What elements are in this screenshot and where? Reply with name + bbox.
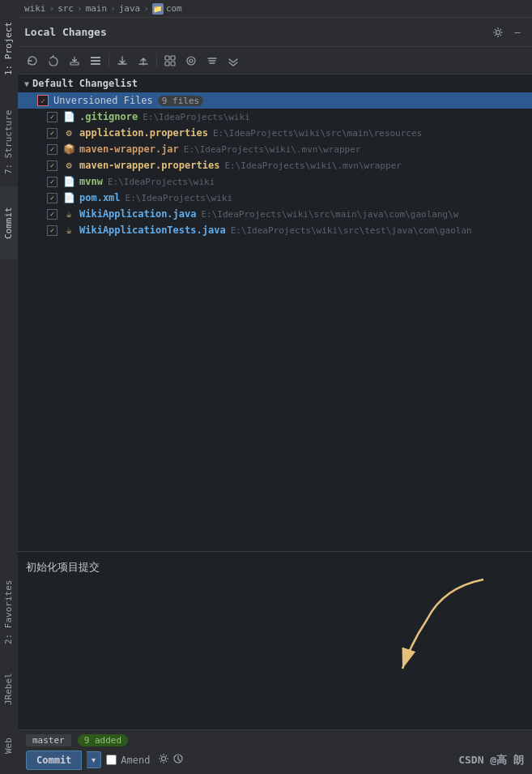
sidebar-tab-commit[interactable]: Commit: [0, 186, 18, 259]
file-path-0: E:\IdeaProjects\wiki: [143, 112, 249, 122]
sidebar-tab-favorites-label: 2: Favorites: [3, 579, 14, 644]
amend-checkbox-input[interactable]: [106, 755, 117, 765]
file-icon-2: 📦: [62, 143, 75, 156]
package-icon: 📁: [152, 3, 164, 15]
apply-patch-button[interactable]: [113, 51, 132, 71]
breadcrumb-src[interactable]: src: [57, 3, 74, 14]
svg-rect-2: [91, 57, 100, 58]
sidebar-tab-project[interactable]: 1: Project: [0, 0, 18, 97]
file-row-4[interactable]: 📄 mvnw E:\IdeaProjects\wiki: [18, 173, 532, 190]
breadcrumb-com[interactable]: com: [166, 3, 182, 14]
file-icon-1: ⚙: [62, 126, 75, 139]
file-tree: ▼ Default Changelist Unversioned Files 9…: [18, 75, 532, 551]
file-path-1: E:\IdeaProjects\wiki\src\main\resources: [213, 128, 422, 139]
file-path-6: E:\IdeaProjects\wiki\src\main\java\com\g…: [202, 209, 459, 220]
file-checkbox-1[interactable]: [47, 128, 57, 139]
file-checkbox-4[interactable]: [47, 177, 57, 187]
unversioned-label: Unversioned Files: [53, 95, 153, 106]
commit-area: [18, 551, 532, 729]
file-row-1[interactable]: ⚙ application.properties E:\IdeaProjects…: [18, 125, 532, 141]
filter-button[interactable]: [181, 51, 201, 71]
sidebar-tab-favorites[interactable]: 2: Favorites: [0, 567, 18, 656]
shelve-button[interactable]: [65, 51, 84, 71]
commit-message-input[interactable]: [18, 552, 532, 729]
group-button[interactable]: [160, 51, 180, 71]
left-sidebar: 1: Project 7: Structure Commit 2: Favori…: [0, 0, 18, 774]
file-row-7[interactable]: ☕ WikiApplicationTests.java E:\IdeaProje…: [18, 222, 532, 238]
sidebar-tab-web-label: Web: [3, 738, 14, 754]
file-name-3: maven-wrapper.properties: [79, 160, 219, 171]
file-checkbox-2[interactable]: [47, 144, 57, 155]
svg-rect-6: [171, 56, 175, 60]
sidebar-tab-jrebel-label: JRebel: [3, 673, 14, 705]
refresh-button[interactable]: [23, 51, 42, 71]
file-checkbox-6[interactable]: [47, 209, 57, 220]
file-path-7: E:\IdeaProjects\wiki\src\test\java\com\g…: [231, 225, 472, 236]
minimize-icon: —: [514, 27, 520, 38]
svg-rect-3: [91, 60, 100, 62]
toolbar-sep-2: [156, 53, 157, 68]
unversioned-files-row[interactable]: Unversioned Files 9 files: [18, 92, 532, 109]
file-name-7: WikiApplicationTests.java: [79, 225, 226, 236]
file-row-2[interactable]: 📦 maven-wrapper.jar E:\IdeaProjects\wiki…: [18, 141, 532, 157]
commit-dropdown-button[interactable]: ▾: [87, 751, 101, 768]
sidebar-tab-project-label: 1: Project: [3, 22, 14, 75]
svg-rect-7: [165, 62, 169, 66]
breadcrumb-sep-0: ›: [49, 3, 55, 14]
revert-button[interactable]: [44, 51, 63, 71]
file-path-4: E:\IdeaProjects\wiki: [108, 177, 215, 187]
toolbar-sep-1: [109, 53, 109, 68]
file-checkbox-7[interactable]: [47, 225, 57, 236]
file-checkbox-5[interactable]: [47, 193, 57, 203]
bottom-right: CSDN @高 朗: [458, 753, 524, 768]
sidebar-tab-jrebel[interactable]: JRebel: [0, 656, 18, 721]
amend-text: Amend: [121, 755, 150, 766]
file-count-badge: 9 files: [158, 96, 203, 106]
breadcrumb-wiki[interactable]: wiki: [24, 3, 46, 14]
commit-history-button[interactable]: [172, 753, 184, 767]
amend-label[interactable]: Amend: [106, 755, 150, 766]
breadcrumb-java[interactable]: java: [119, 3, 141, 14]
create-patch-button[interactable]: [134, 51, 153, 71]
bottom-actions: Commit ▾ Amend: [18, 748, 532, 772]
expand-icon: ▼: [24, 79, 29, 88]
sidebar-tab-structure-label: 7: Structure: [3, 109, 14, 173]
file-row[interactable]: 📄 .gitignore E:\IdeaProjects\wiki: [18, 109, 532, 125]
commit-settings-button[interactable]: [158, 753, 169, 767]
svg-rect-8: [171, 62, 175, 66]
svg-rect-1: [70, 62, 79, 65]
file-path-2: E:\IdeaProjects\wiki\.mvn\wrapper: [184, 144, 361, 155]
watermark: CSDN @高 朗: [458, 753, 524, 768]
file-name-5: pom.xml: [79, 192, 121, 203]
sort-button[interactable]: [202, 51, 222, 71]
file-icon-6: ☕: [62, 207, 75, 220]
file-row-3[interactable]: ⚙ maven-wrapper.properties E:\IdeaProjec…: [18, 157, 532, 173]
file-name-0: .gitignore: [79, 111, 138, 122]
unversioned-checkbox[interactable]: [37, 95, 49, 106]
svg-point-10: [189, 59, 193, 62]
breadcrumb-main[interactable]: main: [86, 3, 108, 14]
svg-rect-5: [165, 56, 169, 60]
sidebar-tab-structure[interactable]: 7: Structure: [0, 97, 18, 186]
sidebar-tab-web[interactable]: Web: [0, 721, 18, 770]
branch-name[interactable]: master: [26, 734, 71, 746]
file-checkbox-3[interactable]: [47, 160, 57, 171]
breadcrumb: wiki › src › main › java › 📁 com: [18, 0, 532, 18]
file-checkbox-0[interactable]: [47, 112, 57, 122]
file-row-6[interactable]: ☕ WikiApplication.java E:\IdeaProjects\w…: [18, 206, 532, 222]
breadcrumb-sep-1: ›: [77, 3, 83, 14]
file-icon-3: ⚙: [62, 159, 75, 172]
panel-actions: —: [490, 24, 526, 41]
changelist-header[interactable]: ▼ Default Changelist: [18, 75, 532, 92]
settings-button[interactable]: [490, 24, 506, 41]
file-row-5[interactable]: 📄 pom.xml E:\IdeaProjects\wiki: [18, 190, 532, 206]
expand-button[interactable]: [86, 51, 105, 71]
breadcrumb-sep-3: ›: [143, 3, 149, 14]
minimize-button[interactable]: —: [509, 24, 526, 41]
breadcrumb-sep-2: ›: [110, 3, 116, 14]
file-path-5: E:\IdeaProjects\wiki: [126, 193, 232, 203]
toolbar: [18, 47, 532, 75]
commit-button[interactable]: Commit: [26, 750, 82, 770]
more-button[interactable]: [223, 51, 243, 71]
file-path-3: E:\IdeaProjects\wiki\.mvn\wrapper: [224, 160, 402, 171]
